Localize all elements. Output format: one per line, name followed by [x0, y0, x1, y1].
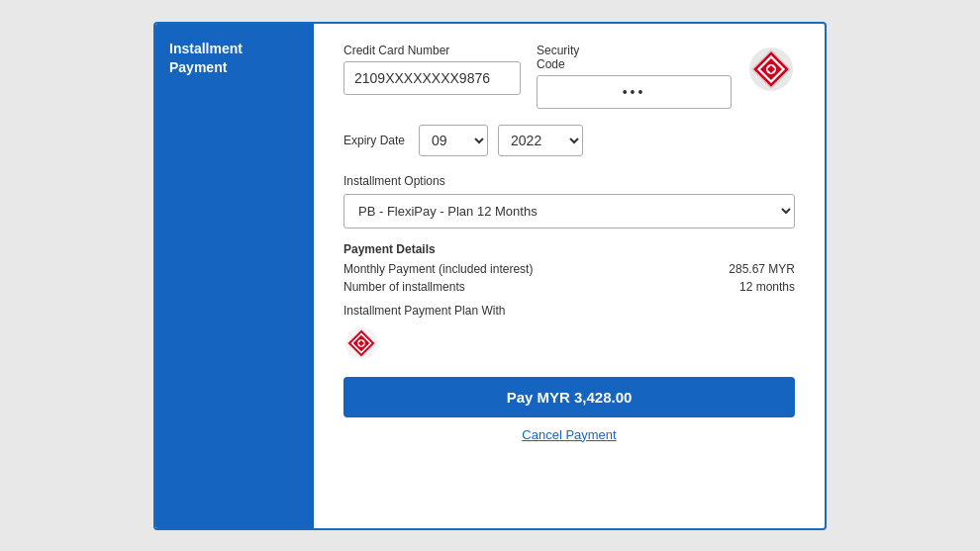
cc-section: Credit Card Number	[343, 44, 521, 95]
monthly-payment-row: Monthly Payment (included interest) 285.…	[343, 262, 795, 276]
installment-options-label: Installment Options	[343, 174, 795, 188]
payment-details-title: Payment Details	[343, 242, 795, 256]
expiry-row: Expiry Date 09 01 02 03 04 05 06 07 08 1…	[343, 125, 795, 156]
security-label: Security Code	[537, 44, 732, 71]
bank-logo-icon-small	[343, 325, 379, 361]
left-panel: Installment Payment	[155, 24, 314, 528]
bank-logo-icon	[747, 46, 795, 93]
installments-label: Number of installments	[343, 280, 465, 294]
cc-input[interactable]	[343, 61, 521, 95]
monthly-payment-value: 285.67 MYR	[729, 262, 795, 276]
expiry-year-select[interactable]: 2022 2023 2024 2025	[498, 125, 583, 156]
payment-details-section: Payment Details Monthly Payment (include…	[343, 242, 795, 298]
installment-select[interactable]: PB - FlexiPay - Plan 12 Months PB - Flex…	[343, 194, 795, 229]
plan-with-label: Installment Payment Plan With	[343, 304, 795, 318]
bank-logo-container	[343, 325, 795, 361]
monthly-payment-label: Monthly Payment (included interest)	[343, 262, 533, 276]
security-input[interactable]	[537, 75, 732, 109]
installments-row: Number of installments 12 months	[343, 280, 795, 294]
expiry-label: Expiry Date	[343, 134, 405, 147]
modal-container: Installment Payment Credit Card Number S…	[153, 22, 827, 530]
modal-title: Installment Payment	[169, 40, 300, 78]
expiry-month-select[interactable]: 09 01 02 03 04 05 06 07 08 10 11 12	[419, 125, 488, 156]
installments-value: 12 months	[739, 280, 795, 294]
plan-with-section: Installment Payment Plan With	[343, 298, 795, 377]
logo-section	[747, 44, 795, 93]
cancel-link[interactable]: Cancel Payment	[343, 427, 795, 442]
installment-options-section: Installment Options PB - FlexiPay - Plan…	[343, 174, 795, 242]
right-panel: Credit Card Number Security Code	[314, 24, 825, 528]
security-section: Security Code	[537, 44, 732, 109]
top-row: Credit Card Number Security Code	[343, 44, 795, 109]
pay-button[interactable]: Pay MYR 3,428.00	[343, 377, 795, 417]
cc-label: Credit Card Number	[343, 44, 521, 57]
